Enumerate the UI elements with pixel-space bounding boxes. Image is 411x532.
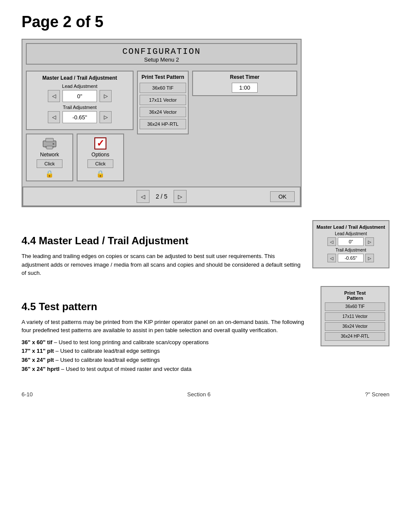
- footer-left: 6-10: [22, 391, 33, 398]
- section-45-heading: 4.5 Test pattern: [22, 299, 312, 314]
- left-column: Master Lead / Trail Adjustment Lead Adju…: [26, 71, 134, 181]
- section-45: 4.5 Test pattern A variety of test patte…: [22, 286, 389, 374]
- lead-right-arrow[interactable]: ▷: [100, 90, 112, 102]
- network-click-button[interactable]: Click: [37, 159, 62, 168]
- svg-point-3: [53, 143, 54, 145]
- options-click-button[interactable]: Click: [87, 159, 113, 168]
- section-44-body: The leading and trailing edges on copies…: [22, 252, 304, 277]
- adjustment-box: Master Lead / Trail Adjustment Lead Adju…: [26, 71, 134, 130]
- section-44: 4.4 Master Lead / Trail Adjustment The l…: [22, 220, 389, 277]
- preview-44-trail-left[interactable]: ◁: [327, 254, 336, 262]
- lead-left-arrow[interactable]: ◁: [48, 90, 60, 102]
- network-lock-icon: 🔒: [45, 170, 54, 178]
- list-item-3: 36" x 24" hprtl – Used to test output of…: [22, 365, 312, 374]
- preview-44-trail-row: ◁ -0.65" ▷: [317, 254, 385, 262]
- section-45-body: A variety of test patterns may be printe…: [22, 318, 312, 335]
- options-label: Options: [91, 152, 109, 158]
- preview-44-lead-value: 0": [338, 237, 364, 246]
- preview-44-lead-row: ◁ 0" ▷: [317, 237, 385, 246]
- lead-adjustment-row: ◁ 0" ▷: [31, 90, 128, 102]
- preview-44-lead-label: Lead Adjustment: [317, 231, 385, 236]
- bottom-buttons: Network Click 🔒 ✓ Options Click 🔒: [26, 134, 134, 181]
- test-btn-3[interactable]: 36x24 HP-RTL: [140, 119, 186, 129]
- preview-45-title: Print TestPattern: [325, 290, 385, 301]
- footer-center: Section 6: [187, 391, 211, 398]
- timer-value[interactable]: 1:00: [232, 83, 258, 93]
- page-title: Page 2 of 5: [22, 13, 389, 31]
- footer-right: ?" Screen: [365, 391, 389, 398]
- nav-page: 2 / 5: [153, 193, 170, 200]
- section-44-text: 4.4 Master Lead / Trail Adjustment The l…: [22, 220, 304, 277]
- preview-44-trail-label: Trail Adjustment: [317, 248, 385, 252]
- svg-rect-1: [46, 138, 53, 142]
- ok-button[interactable]: OK: [270, 191, 295, 202]
- svg-rect-2: [47, 146, 53, 149]
- adjustment-box-title: Master Lead / Trail Adjustment: [31, 75, 128, 81]
- right-column: Reset Timer 1:00: [192, 71, 297, 181]
- lead-value: 0": [62, 90, 97, 102]
- bold-list: 36" x 60" tif – Used to test long printi…: [22, 338, 312, 374]
- test-btn-0[interactable]: 36x60 TIF: [140, 83, 186, 93]
- config-subtitle: Setup Menu 2: [28, 56, 295, 63]
- network-label: Network: [40, 152, 59, 158]
- network-icon: [41, 137, 58, 150]
- options-lock-icon: 🔒: [96, 170, 105, 178]
- test-btn-2[interactable]: 36x24 Vector: [140, 107, 186, 117]
- list-item-0: 36" x 60" tif – Used to test long printi…: [22, 338, 312, 347]
- trail-value: -0.65": [62, 111, 97, 123]
- test-btn-1[interactable]: 17x11 Vector: [140, 95, 186, 105]
- trail-left-arrow[interactable]: ◁: [48, 111, 60, 123]
- preview-44-lead-left[interactable]: ◁: [327, 237, 336, 246]
- preview-44-title: Master Lead / Trail Adjustment: [317, 224, 385, 230]
- lead-label: Lead Adjustment: [31, 84, 128, 89]
- nav-prev-button[interactable]: ◁: [137, 190, 149, 203]
- nav-center: ◁ 2 / 5 ▷: [137, 190, 187, 203]
- reset-timer-title: Reset Timer: [196, 74, 293, 80]
- options-icon: ✓: [92, 137, 109, 150]
- print-test-title: Print Test Pattern: [140, 74, 186, 80]
- list-item-2: 36" x 24" plt – Used to calibrate lead/t…: [22, 356, 312, 365]
- config-title: CONFIGURATION: [28, 47, 295, 56]
- trail-adjustment-row: ◁ -0.65" ▷: [31, 111, 128, 123]
- preview-45-btn-2[interactable]: 36x24 Vector: [325, 322, 385, 331]
- reset-timer-box: Reset Timer 1:00: [192, 71, 297, 96]
- preview-45-btn-0[interactable]: 36x60 TIF: [325, 302, 385, 311]
- page-footer: 6-10 Section 6 ?" Screen: [22, 391, 389, 398]
- preview-45-btn-1[interactable]: 17x11 Vector: [325, 312, 385, 321]
- section-44-preview: Master Lead / Trail Adjustment Lead Adju…: [312, 220, 389, 268]
- preview-44-trail-right[interactable]: ▷: [365, 254, 374, 262]
- config-body: Master Lead / Trail Adjustment Lead Adju…: [22, 68, 301, 184]
- print-test-box: Print Test Pattern 36x60 TIF 17x11 Vecto…: [137, 71, 189, 134]
- trail-right-arrow[interactable]: ▷: [100, 111, 112, 123]
- preview-44-lead-right[interactable]: ▷: [365, 237, 374, 246]
- nav-bar: ◁ 2 / 5 ▷ OK: [22, 187, 301, 206]
- section-45-preview: Print TestPattern 36x60 TIF 17x11 Vector…: [321, 286, 389, 346]
- trail-label: Trail Adjustment: [31, 105, 128, 110]
- preview-44-trail-value: -0.65": [338, 254, 364, 262]
- nav-next-button[interactable]: ▷: [174, 190, 187, 203]
- center-column: Print Test Pattern 36x60 TIF 17x11 Vecto…: [137, 71, 189, 181]
- section-45-text: 4.5 Test pattern A variety of test patte…: [22, 286, 312, 374]
- config-header: CONFIGURATION Setup Menu 2: [26, 43, 297, 65]
- options-box: ✓ Options Click 🔒: [77, 134, 124, 181]
- list-item-1: 17" x 11" plt – Used to calibrate lead/t…: [22, 347, 312, 356]
- preview-45-btn-3[interactable]: 36x24 HP-RTL: [325, 332, 385, 341]
- network-box: Network Click 🔒: [26, 134, 73, 181]
- section-44-heading: 4.4 Master Lead / Trail Adjustment: [22, 233, 304, 249]
- config-panel: CONFIGURATION Setup Menu 2 Master Lead /…: [22, 39, 302, 207]
